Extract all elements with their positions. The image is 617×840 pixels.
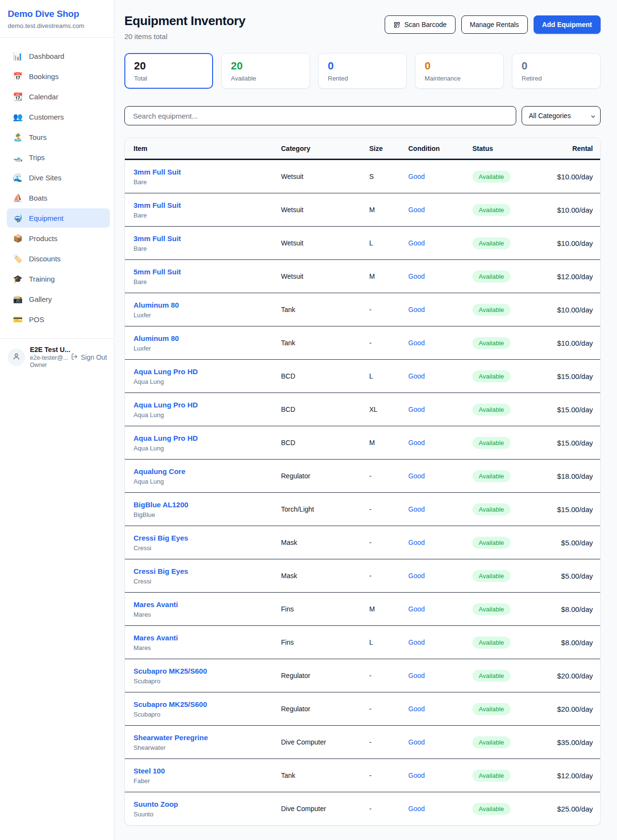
sidebar-item-training[interactable]: 🎓 Training <box>7 269 110 288</box>
item-name-link[interactable]: Aqua Lung Pro HD <box>134 401 198 409</box>
rental-rate: $35.00/day <box>550 738 593 746</box>
item-name-link[interactable]: Aqualung Core <box>134 467 186 475</box>
condition-link[interactable]: Good <box>408 173 472 180</box>
item-name-link[interactable]: Aqua Lung Pro HD <box>134 367 198 376</box>
item-name-link[interactable]: Scubapro MK25/S600 <box>134 700 207 708</box>
manage-rentals-button[interactable]: Manage Rentals <box>461 15 528 34</box>
item-name-link[interactable]: Aluminum 80 <box>134 301 179 309</box>
page-title: Equipment Inventory <box>124 14 245 28</box>
condition-link[interactable]: Good <box>408 539 472 546</box>
condition-link[interactable]: Good <box>408 272 472 280</box>
sidebar-item-label: POS <box>29 315 44 324</box>
size-cell: - <box>369 306 408 313</box>
sidebar-item-discounts[interactable]: 🏷️ Discounts <box>7 249 110 268</box>
condition-link[interactable]: Good <box>408 472 472 480</box>
sidebar-item-trips[interactable]: 🛥️ Trips <box>7 148 110 167</box>
scan-barcode-button[interactable]: Scan Barcode <box>385 15 456 34</box>
sidebar-item-label: Boats <box>29 194 47 202</box>
sidebar-item-customers[interactable]: 👥 Customers <box>7 107 110 126</box>
condition-link[interactable]: Good <box>408 805 472 813</box>
item-cell: Suunto Zoop Suunto <box>134 800 281 818</box>
item-cell: Aqua Lung Pro HD Aqua Lung <box>134 401 281 419</box>
item-brand: Bare <box>134 245 281 252</box>
status-badge: Available <box>472 204 510 216</box>
item-name-link[interactable]: Mares Avanti <box>134 634 178 642</box>
condition-link[interactable]: Good <box>408 339 472 347</box>
table-row: 3mm Full Suit Bare Wetsuit S Good Availa… <box>125 160 600 193</box>
item-name-link[interactable]: Shearwater Peregrine <box>134 733 208 742</box>
condition-link[interactable]: Good <box>408 439 472 447</box>
status-cell: Available <box>472 470 550 482</box>
item-name-link[interactable]: Suunto Zoop <box>134 800 178 808</box>
table-row: 5mm Full Suit Bare Wetsuit M Good Availa… <box>125 259 600 293</box>
sidebar-item-tours[interactable]: 🏝️ Tours <box>7 127 110 147</box>
item-name-link[interactable]: 3mm Full Suit <box>134 234 181 243</box>
status-cell: Available <box>472 570 550 582</box>
item-name-link[interactable]: Aluminum 80 <box>134 334 179 342</box>
sidebar-item-dive-sites[interactable]: 🌊 Dive Sites <box>7 168 110 187</box>
stat-card-maintenance[interactable]: 0 Maintenance <box>415 53 504 89</box>
condition-link[interactable]: Good <box>408 605 472 613</box>
item-name-link[interactable]: Mares Avanti <box>134 600 178 609</box>
sidebar-item-pos[interactable]: 💳 POS <box>7 310 110 329</box>
item-brand: Aqua Lung <box>134 378 281 385</box>
sidebar-item-label: Trips <box>29 153 45 162</box>
sidebar-item-calendar[interactable]: 📆 Calendar <box>7 87 110 106</box>
category-cell: Regulator <box>281 705 369 713</box>
sidebar-item-products[interactable]: 📦 Products <box>7 229 110 248</box>
status-badge: Available <box>472 337 510 349</box>
sidebar-item-boats[interactable]: ⛵ Boats <box>7 188 110 207</box>
sidebar-item-bookings[interactable]: 📅 Bookings <box>7 67 110 86</box>
item-name-link[interactable]: 5mm Full Suit <box>134 268 181 276</box>
item-brand: Cressi <box>134 544 281 552</box>
condition-link[interactable]: Good <box>408 239 472 247</box>
condition-link[interactable]: Good <box>408 406 472 413</box>
table-row: Steel 100 Faber Tank - Good Available $1… <box>125 759 600 792</box>
item-name-link[interactable]: Cressi Big Eyes <box>134 534 188 542</box>
stat-card-total[interactable]: 20 Total <box>124 53 213 89</box>
condition-link[interactable]: Good <box>408 306 472 313</box>
sidebar-item-dashboard[interactable]: 📊 Dashboard <box>7 46 110 66</box>
item-name-link[interactable]: 3mm Full Suit <box>134 201 181 209</box>
stat-value: 20 <box>231 60 300 72</box>
condition-link[interactable]: Good <box>408 772 472 779</box>
item-name-link[interactable]: Aqua Lung Pro HD <box>134 434 198 442</box>
rental-rate: $20.00/day <box>550 705 593 713</box>
column-header-size: Size <box>369 145 408 152</box>
category-cell: Fins <box>281 638 369 646</box>
sign-out-button[interactable]: Sign Out <box>71 353 107 362</box>
sidebar-item-label: Tours <box>29 133 47 141</box>
item-name-link[interactable]: Cressi Big Eyes <box>134 567 188 575</box>
stat-card-available[interactable]: 20 Available <box>221 53 310 89</box>
add-equipment-button[interactable]: Add Equipment <box>534 15 601 34</box>
app-window: Demo Dive Shop demo.test.divestreams.com… <box>0 0 617 840</box>
search-input[interactable] <box>124 106 516 125</box>
table-row: Cressi Big Eyes Cressi Mask - Good Avail… <box>125 526 600 559</box>
brand-name[interactable]: Demo Dive Shop <box>8 9 106 19</box>
condition-link[interactable]: Good <box>408 505 472 513</box>
condition-link[interactable]: Good <box>408 738 472 746</box>
condition-link[interactable]: Good <box>408 638 472 646</box>
size-cell: M <box>369 605 408 613</box>
stat-card-rented[interactable]: 0 Rented <box>318 53 407 89</box>
table-row: Cressi Big Eyes Cressi Mask - Good Avail… <box>125 559 600 592</box>
sidebar-item-gallery[interactable]: 📸 Gallery <box>7 289 110 309</box>
condition-link[interactable]: Good <box>408 705 472 713</box>
condition-link[interactable]: Good <box>408 372 472 380</box>
category-cell: Wetsuit <box>281 206 369 214</box>
item-name-link[interactable]: Steel 100 <box>134 767 165 775</box>
size-cell: S <box>369 173 408 180</box>
size-cell: - <box>369 738 408 746</box>
condition-link[interactable]: Good <box>408 206 472 214</box>
condition-link[interactable]: Good <box>408 672 472 679</box>
item-name-link[interactable]: Scubapro MK25/S600 <box>134 667 207 675</box>
sidebar-item-equipment[interactable]: 🤿 Equipment <box>7 208 110 228</box>
condition-link[interactable]: Good <box>408 572 472 580</box>
stat-card-retired[interactable]: 0 Retired <box>512 53 601 89</box>
category-select[interactable]: All Categories <box>522 106 601 125</box>
item-name-link[interactable]: 3mm Full Suit <box>134 168 181 176</box>
boats-icon: ⛵ <box>13 193 23 203</box>
item-name-link[interactable]: BigBlue AL1200 <box>134 501 188 509</box>
table-row: Aluminum 80 Luxfer Tank - Good Available… <box>125 326 600 359</box>
table-row: Mares Avanti Mares Fins M Good Available… <box>125 592 600 625</box>
